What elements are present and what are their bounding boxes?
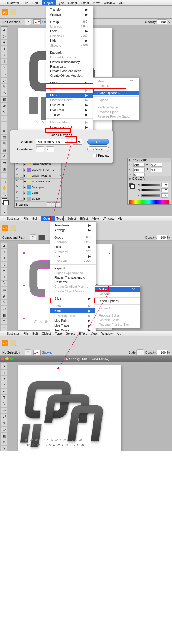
slice-tool[interactable]: ⌗: [1, 172, 8, 179]
g-slider[interactable]: [141, 189, 160, 191]
illustrator-icon[interactable]: Ai: [2, 225, 8, 231]
menu-object[interactable]: Object: [41, 216, 55, 221]
menu-select[interactable]: Select: [68, 1, 77, 5]
lock-icon[interactable]: [20, 179, 24, 183]
menu-expand-appearance[interactable]: Expand Appearance: [46, 55, 93, 60]
menu-show-all[interactable]: Show All⌥⌘3: [46, 43, 93, 48]
help-button[interactable]: [25, 19, 31, 25]
scale-tool[interactable]: ⤡: [1, 109, 8, 115]
menu-hide[interactable]: Hide▶: [50, 254, 96, 259]
menu-slice[interactable]: Slice▶: [50, 296, 96, 301]
submenu-release[interactable]: Release: [95, 292, 140, 296]
menu-file[interactable]: File: [23, 217, 28, 220]
layer-row[interactable]: ▸Primo piano○: [15, 184, 61, 190]
fill-swatch[interactable]: [33, 350, 41, 355]
menu-help[interactable]: Aiu: [118, 217, 123, 220]
menu-slice[interactable]: Slice▶: [46, 80, 93, 85]
preview-checkbox[interactable]: [93, 154, 97, 157]
menu-view[interactable]: View: [92, 217, 99, 220]
lock-icon[interactable]: [20, 191, 24, 195]
illustrator-icon[interactable]: Ai: [2, 340, 8, 346]
direct-selection-tool[interactable]: ▷: [1, 33, 8, 39]
menu-object-mosaic[interactable]: Create Object Mosaic...: [46, 73, 93, 78]
menu-type[interactable]: Type: [57, 1, 64, 5]
menu-app[interactable]: Illustrator: [6, 217, 19, 220]
menu-window[interactable]: Window: [101, 332, 113, 335]
menu-unlock-all[interactable]: Unlock All⌥⌘2: [50, 249, 96, 254]
menu-path[interactable]: Path▶: [46, 88, 93, 93]
menu-select[interactable]: Select: [67, 217, 76, 220]
menu-expand[interactable]: Expand...: [46, 50, 93, 55]
orient-align-path[interactable]: ⌇: [36, 146, 44, 152]
submenu-blend-options[interactable]: Blend Options...: [93, 91, 139, 95]
menu-transform[interactable]: Transform▶: [50, 223, 96, 228]
menu-rasterize[interactable]: Rasterize...: [46, 64, 93, 69]
lasso-tool[interactable]: ⌇: [1, 261, 8, 268]
menu-unlock-all[interactable]: Unlock All⌥⌘2: [46, 34, 93, 38]
artboard-tool[interactable]: ▢: [1, 179, 8, 185]
line-tool[interactable]: ╲: [1, 401, 8, 407]
menu-effect[interactable]: Effect: [80, 217, 88, 220]
menu-effect[interactable]: Effect: [79, 332, 87, 335]
workspace-button[interactable]: [10, 225, 16, 231]
ok-button[interactable]: OK: [87, 139, 109, 145]
submenu-release[interactable]: Release: [93, 83, 139, 88]
style-swatch[interactable]: [136, 349, 144, 356]
blob-brush-tool[interactable]: ⬭: [1, 426, 8, 433]
h-input[interactable]: 0 px: [150, 168, 162, 172]
paintbrush-tool[interactable]: 🖌: [1, 414, 8, 420]
lock-icon[interactable]: [20, 197, 24, 201]
fill-swatch[interactable]: [38, 235, 45, 240]
menu-text-wrap[interactable]: Text Wrap▶: [46, 112, 93, 117]
menu-flatten[interactable]: Flatten Transparency...: [46, 60, 93, 64]
b-value[interactable]: 77: [161, 193, 168, 198]
menu-view[interactable]: View: [91, 332, 97, 335]
menu-clipping-mask[interactable]: Clipping Mask▶: [46, 120, 93, 125]
layer-row[interactable]: ▸LOGO FRONT B○: [15, 173, 61, 179]
free-transform-tool[interactable]: ⛶: [1, 122, 8, 128]
workspace-button[interactable]: [10, 9, 16, 15]
type-tool[interactable]: T: [1, 274, 8, 280]
rotate-tool[interactable]: ⟳: [1, 439, 8, 445]
menu-show-all[interactable]: Show All⌥⌘3: [50, 259, 96, 263]
blob-brush-tool[interactable]: ⬭: [1, 90, 8, 96]
pencil-tool[interactable]: ✎: [1, 299, 8, 306]
magic-wand-tool[interactable]: ✦: [1, 376, 8, 382]
menu-path[interactable]: Path▶: [50, 304, 96, 308]
menu-gradient-mesh[interactable]: Create Gradient Mesh...: [50, 284, 96, 289]
pen-tool[interactable]: ✒: [1, 52, 8, 58]
fill-stroke-indicator[interactable]: [1, 198, 8, 209]
opacity-input[interactable]: 100: [157, 19, 167, 24]
zoom-tool[interactable]: 🔍: [1, 191, 8, 198]
eye-icon[interactable]: [15, 197, 19, 201]
r-value[interactable]: 77: [161, 183, 168, 187]
menu-arrange[interactable]: Arrange▶: [50, 228, 96, 233]
y-input[interactable]: 0 px: [133, 168, 145, 172]
menu-live-paint[interactable]: Live Paint▶: [46, 103, 93, 108]
menu-arrange[interactable]: Arrange▶: [46, 12, 93, 17]
menu-object[interactable]: Object: [42, 0, 56, 5]
menu-edit[interactable]: Edit: [32, 1, 38, 5]
mesh-tool[interactable]: 田: [1, 141, 8, 147]
magic-wand-tool[interactable]: ✦: [1, 255, 8, 261]
scale-tool[interactable]: ⤡: [1, 445, 8, 451]
line-tool[interactable]: ╲: [1, 280, 8, 287]
menu-expand-appearance[interactable]: Expand Appearance: [50, 271, 96, 275]
rotate-tool[interactable]: ⟳: [1, 318, 8, 325]
minimize-icon[interactable]: [5, 357, 9, 360]
menu-edit[interactable]: Edi: [32, 217, 37, 220]
opacity-input[interactable]: 100: [157, 235, 167, 240]
scale-tool[interactable]: ⤡: [1, 325, 8, 331]
menu-group[interactable]: Group⌘G: [50, 235, 96, 240]
rotate-tool[interactable]: ⟳: [1, 103, 8, 109]
menu-lock[interactable]: Lock▶: [46, 29, 93, 34]
menu-file[interactable]: File: [23, 332, 28, 335]
new-layer-icon[interactable]: [52, 202, 56, 206]
workspace-button[interactable]: [10, 340, 16, 346]
live-paint-tool[interactable]: ▣: [1, 166, 8, 172]
menu-object-mosaic[interactable]: Create Object Mosaic...: [50, 289, 96, 294]
cancel-button[interactable]: Cancel: [87, 146, 109, 152]
close-icon[interactable]: [1, 357, 4, 360]
help-button[interactable]: [30, 234, 36, 241]
eraser-tool[interactable]: ◧: [1, 312, 8, 318]
